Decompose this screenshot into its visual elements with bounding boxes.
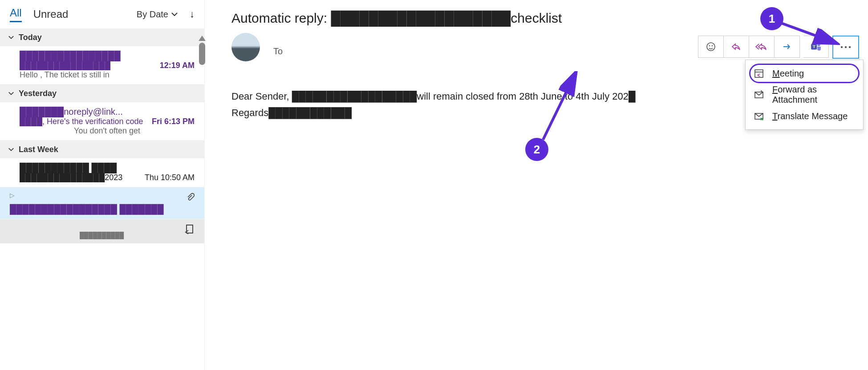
group-label: Today xyxy=(19,33,42,42)
forward-button[interactable] xyxy=(775,36,800,58)
message-list-pane: All Unread By Date ↓ Today █████████████… xyxy=(0,0,205,370)
group-header-lastweek[interactable]: Last Week xyxy=(0,141,204,158)
message-time: 12:19 AM xyxy=(160,61,195,70)
svg-point-9 xyxy=(841,46,843,48)
message-item[interactable]: ████████████████ ████████████████ 12:19 … xyxy=(0,46,204,84)
teams-button[interactable]: T xyxy=(803,36,829,58)
message-subject: █████████████████ ███████ xyxy=(10,204,195,214)
group-label: Yesterday xyxy=(19,89,57,98)
more-actions-button[interactable] xyxy=(832,36,859,59)
body-line: Dear Sender, ██████████████████will rema… xyxy=(231,88,668,105)
menu-item-translate[interactable]: Translate MessageTranslate Message xyxy=(746,105,863,127)
body-line: Regards████████████ xyxy=(231,105,668,121)
svg-rect-0 xyxy=(187,225,193,233)
sort-by-date[interactable]: By Date xyxy=(137,9,178,20)
scrollbar[interactable] xyxy=(198,36,207,71)
ellipsis-icon xyxy=(840,45,852,49)
svg-point-5 xyxy=(712,45,713,47)
message-subject: ████, Here's the verification code xyxy=(20,117,147,126)
teams-icon: T xyxy=(810,41,822,52)
email-subject: Automatic reply: ███████████████████chec… xyxy=(231,11,868,26)
sort-direction-toggle[interactable]: ↓ xyxy=(190,8,195,20)
attachment-icon xyxy=(186,192,195,204)
forward-icon xyxy=(781,41,793,52)
menu-item-forward-attachment[interactable]: Forward as AttachmentForward as Attachme… xyxy=(746,84,863,105)
reading-pane: Automatic reply: ███████████████████chec… xyxy=(223,0,868,121)
menu-label: MMeetingeeting xyxy=(772,68,804,79)
reply-icon xyxy=(730,41,742,52)
group-header-yesterday[interactable]: Yesterday xyxy=(0,84,204,102)
expand-icon[interactable]: ▷ xyxy=(10,192,15,199)
more-actions-menu: MMeetingeeting Forward as AttachmentForw… xyxy=(745,60,864,130)
sort-label: By Date xyxy=(137,9,168,20)
annotation-callout-2: 2 xyxy=(525,138,548,161)
message-time: Fri 6:13 PM xyxy=(152,117,195,126)
message-sender: ████████████████ xyxy=(20,51,195,61)
message-item-selected[interactable]: ▷ █████████████████ ███████ xyxy=(0,187,204,219)
message-subject: ████████████████ xyxy=(20,61,155,70)
email-body: Dear Sender, ██████████████████will rema… xyxy=(231,88,668,121)
message-preview: You don't often get xyxy=(20,126,195,136)
react-button[interactable] xyxy=(698,36,724,58)
menu-label: Translate MessageTranslate Message xyxy=(772,111,848,121)
svg-point-10 xyxy=(845,46,847,48)
calendar-reply-icon xyxy=(754,68,764,79)
svg-text:T: T xyxy=(813,44,815,49)
chevron-down-icon xyxy=(8,34,14,40)
chevron-down-icon xyxy=(8,146,14,153)
message-actions: T xyxy=(698,36,859,59)
reply-all-icon xyxy=(755,41,768,52)
group-label: Last Week xyxy=(19,145,58,154)
message-sender: ███████████ ████ xyxy=(20,163,195,173)
message-subject: ███████████████2023 xyxy=(20,173,140,182)
reply-all-button[interactable] xyxy=(749,36,775,58)
message-time: Thu 10:50 AM xyxy=(145,173,195,182)
message-subject: ██████████ xyxy=(20,224,195,239)
chevron-down-icon xyxy=(171,11,178,18)
forward-attachment-icon xyxy=(754,89,764,100)
message-preview: Hello , The ticket is still in xyxy=(20,70,195,80)
message-item[interactable]: ███████noreply@link... ████, Here's the … xyxy=(0,102,204,141)
menu-label: Forward as AttachmentForward as Attachme… xyxy=(772,84,855,105)
svg-point-11 xyxy=(849,46,851,48)
message-item[interactable]: ██████████ xyxy=(0,219,204,244)
reply-status-icon xyxy=(184,224,195,237)
svg-point-3 xyxy=(707,43,715,51)
sender-avatar[interactable] xyxy=(231,33,260,61)
svg-point-4 xyxy=(709,45,710,47)
svg-marker-1 xyxy=(199,36,206,41)
translate-icon xyxy=(754,111,764,121)
filter-tab-unread[interactable]: Unread xyxy=(33,8,69,20)
message-sender: ███████noreply@link... xyxy=(20,107,195,117)
svg-point-8 xyxy=(817,43,820,46)
svg-rect-2 xyxy=(199,43,205,65)
message-item[interactable]: ███████████ ████ ███████████████2023 Thu… xyxy=(0,158,204,187)
to-label: To xyxy=(273,46,283,56)
filter-tab-all[interactable]: All xyxy=(10,7,22,22)
filter-bar: All Unread By Date ↓ xyxy=(0,0,204,28)
smiley-icon xyxy=(706,41,716,52)
menu-item-meeting[interactable]: MMeetingeeting xyxy=(746,63,863,84)
reply-button[interactable] xyxy=(724,36,749,58)
chevron-down-icon xyxy=(8,90,14,97)
group-header-today[interactable]: Today xyxy=(0,28,204,46)
